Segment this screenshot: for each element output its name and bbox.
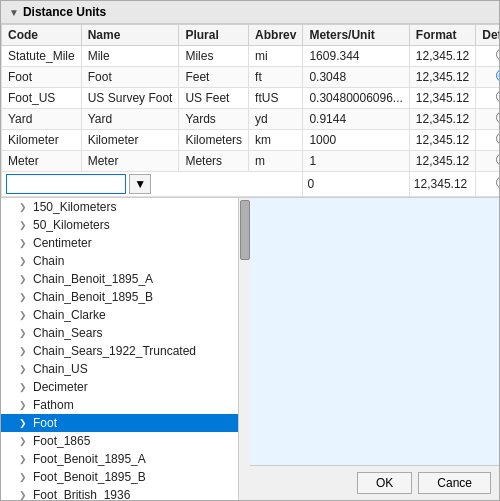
col-format: Format	[409, 25, 475, 46]
list-item-arrow: ❯	[19, 274, 27, 284]
col-plural: Plural	[179, 25, 249, 46]
list-item[interactable]: ❯50_Kilometers	[1, 216, 238, 234]
new-row-input[interactable]	[6, 174, 126, 194]
default-radio[interactable]	[496, 153, 499, 166]
cell-code: Yard	[2, 109, 82, 130]
list-item[interactable]: ❯Chain_Sears	[1, 324, 238, 342]
list-item-label: Chain_Sears	[33, 326, 102, 340]
list-item[interactable]: ❯Fathom	[1, 396, 238, 414]
list-item-label: 150_Kilometers	[33, 200, 116, 214]
list-item[interactable]: ❯Foot_Benoit_1895_B	[1, 468, 238, 486]
new-row-dropdown-cell[interactable]: ▼	[2, 172, 303, 197]
list-item[interactable]: ❯Chain	[1, 252, 238, 270]
list-item-arrow: ❯	[19, 328, 27, 338]
list-item-label: Foot_Benoit_1895_A	[33, 452, 146, 466]
list-scroll-container: ❯150_Kilometers❯50_Kilometers❯Centimeter…	[1, 198, 250, 500]
list-item[interactable]: ❯Chain_Benoit_1895_A	[1, 270, 238, 288]
col-abbrev: Abbrev	[249, 25, 303, 46]
cell-abbrev: yd	[249, 109, 303, 130]
cell-name: Yard	[81, 109, 179, 130]
dialog-title-bar: ▼ Distance Units	[1, 1, 499, 24]
cell-format: 12,345.12	[409, 88, 475, 109]
col-name: Name	[81, 25, 179, 46]
cell-plural: US Feet	[179, 88, 249, 109]
list-item[interactable]: ❯150_Kilometers	[1, 198, 238, 216]
cell-plural: Miles	[179, 46, 249, 67]
list-item-label: Decimeter	[33, 380, 88, 394]
list-item-arrow: ❯	[19, 256, 27, 266]
split-area: ❯150_Kilometers❯50_Kilometers❯Centimeter…	[1, 197, 499, 500]
col-meters: Meters/Unit	[303, 25, 409, 46]
cell-default[interactable]	[476, 67, 499, 88]
cell-abbrev: mi	[249, 46, 303, 67]
list-item-arrow: ❯	[19, 220, 27, 230]
cell-plural: Yards	[179, 109, 249, 130]
cell-abbrev: ftUS	[249, 88, 303, 109]
new-row-meters: 0	[303, 172, 409, 197]
table-row[interactable]: Foot_US US Survey Foot US Feet ftUS 0.30…	[2, 88, 500, 109]
list-item-arrow: ❯	[19, 202, 27, 212]
cell-default[interactable]	[476, 109, 499, 130]
list-item-arrow: ❯	[19, 382, 27, 392]
cell-default[interactable]	[476, 130, 499, 151]
list-item-arrow: ❯	[19, 292, 27, 302]
list-item-arrow: ❯	[19, 418, 27, 428]
list-item-label: Fathom	[33, 398, 74, 412]
list-item[interactable]: ❯Chain_Clarke	[1, 306, 238, 324]
cell-meters: 1	[303, 151, 409, 172]
list-item[interactable]: ❯Decimeter	[1, 378, 238, 396]
new-default-radio[interactable]	[496, 176, 499, 189]
dropdown-button[interactable]: ▼	[129, 174, 151, 194]
cell-default[interactable]	[476, 88, 499, 109]
cell-name: Meter	[81, 151, 179, 172]
list-item[interactable]: ❯Chain_Benoit_1895_B	[1, 288, 238, 306]
table-row[interactable]: Foot Foot Feet ft 0.3048 12,345.12	[2, 67, 500, 88]
cell-code: Foot	[2, 67, 82, 88]
default-radio[interactable]	[496, 90, 499, 103]
list-item[interactable]: ❯Foot_British_1936	[1, 486, 238, 500]
list-item[interactable]: ❯Centimeter	[1, 234, 238, 252]
units-table-area: Code Name Plural Abbrev Meters/Unit Form…	[1, 24, 499, 197]
cell-default[interactable]	[476, 46, 499, 67]
scrollbar-track	[238, 198, 250, 500]
default-radio[interactable]	[496, 111, 499, 124]
table-row-new[interactable]: ▼ 0 12,345.12	[2, 172, 500, 197]
ok-button[interactable]: OK	[357, 472, 412, 494]
cell-name: Mile	[81, 46, 179, 67]
table-row[interactable]: Statute_Mile Mile Miles mi 1609.344 12,3…	[2, 46, 500, 67]
cell-plural: Meters	[179, 151, 249, 172]
col-code: Code	[2, 25, 82, 46]
table-row[interactable]: Meter Meter Meters m 1 12,345.12	[2, 151, 500, 172]
cell-code: Statute_Mile	[2, 46, 82, 67]
list-item-arrow: ❯	[19, 490, 27, 500]
list-item-arrow: ❯	[19, 238, 27, 248]
default-radio[interactable]	[496, 132, 499, 145]
cell-abbrev: m	[249, 151, 303, 172]
list-item-arrow: ❯	[19, 454, 27, 464]
cell-name: Foot	[81, 67, 179, 88]
cell-meters: 1000	[303, 130, 409, 151]
default-radio[interactable]	[496, 48, 499, 61]
list-item-label: Foot_British_1936	[33, 488, 130, 500]
list-item-label: Chain	[33, 254, 64, 268]
list-item[interactable]: ❯Chain_Sears_1922_Truncated	[1, 342, 238, 360]
list-item[interactable]: ❯Foot_1865	[1, 432, 238, 450]
list-item-arrow: ❯	[19, 310, 27, 320]
scrollbar-thumb[interactable]	[240, 200, 250, 260]
cell-meters: 0.30480006096...	[303, 88, 409, 109]
table-row[interactable]: Yard Yard Yards yd 0.9144 12,345.12	[2, 109, 500, 130]
list-item-label: Foot	[33, 416, 57, 430]
list-item-label: 50_Kilometers	[33, 218, 110, 232]
cell-meters: 1609.344	[303, 46, 409, 67]
list-item[interactable]: ❯Chain_US	[1, 360, 238, 378]
cell-abbrev: ft	[249, 67, 303, 88]
list-item[interactable]: ❯Foot_Benoit_1895_A	[1, 450, 238, 468]
list-item-label: Chain_Sears_1922_Truncated	[33, 344, 196, 358]
table-row[interactable]: Kilometer Kilometer Kilometers km 1000 1…	[2, 130, 500, 151]
new-row-default[interactable]	[476, 172, 499, 197]
default-radio[interactable]	[496, 69, 499, 82]
cell-default[interactable]	[476, 151, 499, 172]
new-row-format: 12,345.12	[409, 172, 475, 197]
cancel-button[interactable]: Cance	[418, 472, 491, 494]
list-item[interactable]: ❯Foot	[1, 414, 238, 432]
